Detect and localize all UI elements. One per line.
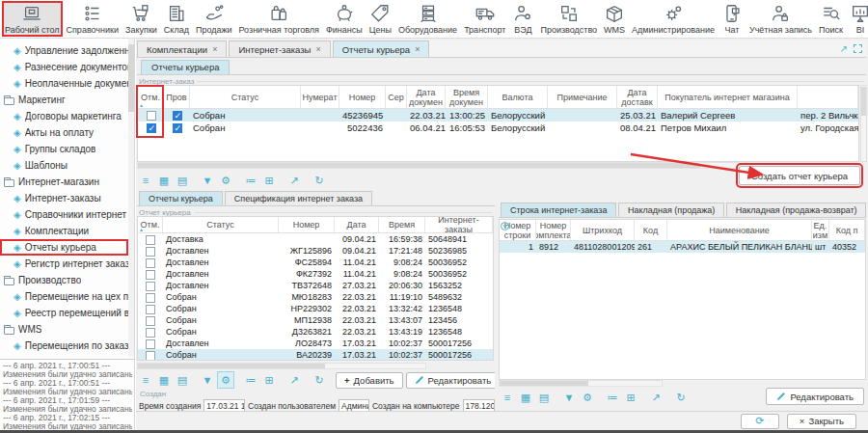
edit-line-button[interactable]: Редактировать xyxy=(766,388,864,405)
sidebar-item[interactable]: ◈ Отчеты курьера xyxy=(0,239,128,256)
settings-gear-icon[interactable]: ⚙ xyxy=(218,372,233,388)
sidebar-item[interactable]: ◈ Регистр интернет заказов xyxy=(0,256,128,272)
panel-tab[interactable]: Спецификация интернет заказа xyxy=(225,191,372,205)
toolbar-item[interactable]: Продажи xyxy=(193,1,235,37)
list-view-icon[interactable]: ≡ xyxy=(500,390,515,405)
column-header-otm[interactable]: Отм.▴ xyxy=(138,86,164,108)
table-row[interactable]: Доставка 09.04.21 16:59:38 50648941 xyxy=(138,233,493,245)
sidebar-item[interactable]: ◈ Управление задолженностями xyxy=(0,42,128,59)
list-view-icon[interactable]: ≡ xyxy=(138,372,153,388)
document-tab[interactable]: Интернет-заказы × xyxy=(229,41,330,57)
calendar-view-icon[interactable]: ▤ xyxy=(175,173,190,188)
mark-checkbox[interactable] xyxy=(146,316,155,326)
add-row-icon[interactable]: ⊞ xyxy=(261,173,277,188)
toolbar-item[interactable]: Склад xyxy=(161,1,192,37)
toolbar-item[interactable]: Рабочий стол xyxy=(2,1,63,37)
table-row[interactable]: Собран МП12938 22.03.21 13:43:07 123456 xyxy=(138,314,493,326)
document-tab[interactable]: Комплектации × xyxy=(137,41,227,57)
column-header-address[interactable] xyxy=(798,86,858,108)
sidebar-item[interactable]: ◈ WMS xyxy=(0,321,128,338)
create-courier-report-button[interactable]: Создать отчет курьера xyxy=(739,166,860,185)
column-header-delivery-date[interactable]: Дата доставк xyxy=(617,86,658,108)
sidebar-item[interactable]: ◈ Шаблоны xyxy=(0,157,128,174)
column-header-time[interactable]: Время xyxy=(379,217,425,232)
mark-checkbox[interactable] xyxy=(146,258,155,268)
sidebar-item[interactable]: ◈ Справочники интернет магази xyxy=(0,206,128,223)
panel-tab[interactable]: Отчеты курьера xyxy=(139,191,223,205)
add-row-icon[interactable]: ⊞ xyxy=(623,390,638,405)
sidebar-item[interactable]: ◈ Перемещения по заказам xyxy=(0,338,128,353)
column-header-line-number[interactable]: ∨Номер строки xyxy=(500,220,536,240)
sidebar-item[interactable]: ◈ Реестр перемещений в цех про xyxy=(0,305,128,321)
table-row[interactable]: Собран 45236945 22.03.21 13:00:25 Белору… xyxy=(138,109,858,122)
sidebar-item[interactable]: ◈ Комплектации xyxy=(0,223,128,239)
popout-icon[interactable]: ↗ xyxy=(840,43,848,54)
posted-checkbox[interactable] xyxy=(173,111,182,121)
sidebar-item[interactable]: ◈ Акты на оплату xyxy=(0,124,128,141)
toolbar-item[interactable]: Финансы xyxy=(323,1,366,37)
mark-checkbox[interactable] xyxy=(146,305,155,314)
open-external-icon[interactable]: ↗ xyxy=(648,390,664,405)
column-header-barcode[interactable]: Штрихкод xyxy=(571,220,635,240)
table-row[interactable]: Доставлен ФК27392 11.04.21 9:08:24 50036… xyxy=(138,268,493,280)
settings-gear-icon[interactable]: ⚙ xyxy=(218,173,233,188)
subtab-couriers[interactable]: Отчеты курьера xyxy=(141,60,230,74)
refresh-icon[interactable]: ↻ xyxy=(673,390,689,405)
mark-checkbox[interactable] xyxy=(146,270,155,280)
column-header-number[interactable]: Номер xyxy=(279,217,335,232)
table-row[interactable]: Собран Д3263821 22.03.21 13:43:19 123654… xyxy=(138,326,493,338)
tab-close-icon[interactable]: × xyxy=(415,44,420,54)
sidebar-item[interactable]: ◈ Интернет-заказы xyxy=(0,190,128,206)
posted-checkbox[interactable] xyxy=(173,123,182,133)
table-row[interactable]: Собран НР229302 22.03.21 13:32:42 123654… xyxy=(138,303,493,314)
numbered-list-icon[interactable]: ≔ xyxy=(243,372,258,388)
column-header-orders[interactable]: Интернет-заказы xyxy=(425,217,493,232)
sidebar-item[interactable]: ◈ Производство xyxy=(0,272,128,288)
panel-tab[interactable]: Строка интернет-заказа xyxy=(501,203,616,217)
mark-checkbox[interactable] xyxy=(146,293,155,303)
column-header-date[interactable]: Дата xyxy=(335,217,379,232)
column-header-otm[interactable]: Отм.▴ xyxy=(138,217,163,232)
edit-button[interactable]: Редактировать xyxy=(406,372,495,389)
column-header-note[interactable]: Примечание xyxy=(548,86,617,108)
list-view-icon[interactable]: ≡ xyxy=(138,173,153,188)
tab-close-icon[interactable]: × xyxy=(315,44,320,54)
toolbar-item[interactable]: WMS xyxy=(601,1,628,37)
column-header-buyer[interactable]: Покупатель интернет магазина xyxy=(658,86,798,108)
tab-close-icon[interactable]: × xyxy=(212,44,217,54)
calendar-view-icon[interactable]: ▤ xyxy=(175,372,190,388)
table-row[interactable]: Доставлен ЛО28473 17.03.21 10:02:37 5000… xyxy=(138,338,493,349)
sidebar-item[interactable]: ◈ Группы складов xyxy=(0,141,128,157)
mark-checkbox[interactable] xyxy=(146,351,155,361)
toolbar-item[interactable]: Розничная торговля xyxy=(236,1,323,37)
sidebar-item[interactable]: ◈ Неоплаченные документы xyxy=(0,75,128,92)
refresh-icon[interactable]: ↻ xyxy=(312,173,327,188)
maximize-icon[interactable] xyxy=(854,44,862,53)
table-row[interactable]: Собран МЮ18283 22.03.21 11:19:10 5489632 xyxy=(138,291,493,303)
column-header-number[interactable]: Номер xyxy=(339,86,386,108)
refresh-button[interactable]: ⟳ xyxy=(741,414,779,429)
sidebar-item[interactable]: ◈ Перемещение на цех производ xyxy=(0,288,128,305)
toolbar-item[interactable]: Справочники xyxy=(64,1,122,37)
panel-tab[interactable]: Накладная (продажа-возврат) xyxy=(726,203,866,217)
filter-icon[interactable]: ▼ xyxy=(561,390,577,405)
open-external-icon[interactable]: ↗ xyxy=(286,372,302,388)
sidebar-item[interactable]: ◈ Интернет-магазин xyxy=(0,174,128,190)
toolbar-item[interactable]: Администрирование xyxy=(629,1,718,37)
toolbar-item[interactable]: Оборудование xyxy=(395,1,460,37)
mark-checkbox[interactable] xyxy=(146,328,155,338)
toolbar-item[interactable]: Производство xyxy=(537,1,600,37)
open-external-icon[interactable]: ↗ xyxy=(286,173,302,188)
filter-icon[interactable]: ▼ xyxy=(200,372,215,388)
close-button[interactable]: × Закрыть xyxy=(787,414,856,429)
filter-icon[interactable]: ▼ xyxy=(200,173,215,188)
column-header-series[interactable]: Сер xyxy=(386,86,407,108)
sidebar-scrollbar[interactable] xyxy=(128,39,134,357)
toolbar-item[interactable]: Закупки xyxy=(122,1,160,37)
toolbar-item[interactable]: Цены xyxy=(366,1,394,37)
column-header-numerator[interactable]: Нумерат xyxy=(301,86,339,108)
table-row[interactable]: 1 8912 4811028001209 261 АРАХИС БЕЛЫЙ ПЕ… xyxy=(500,241,865,253)
grid-view-icon[interactable]: ▦ xyxy=(518,390,533,405)
numbered-list-icon[interactable]: ≔ xyxy=(605,390,620,405)
column-header-name[interactable]: Наименование xyxy=(667,220,812,240)
